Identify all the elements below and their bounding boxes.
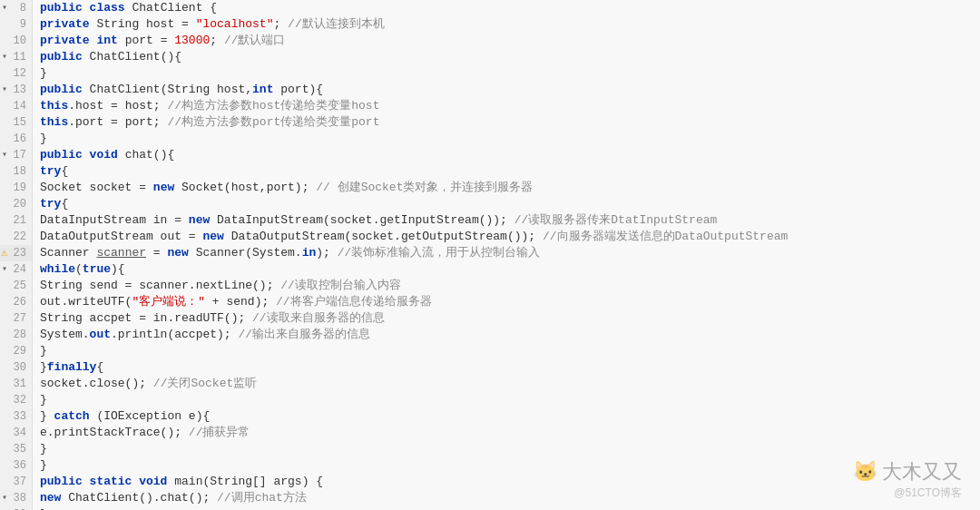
- plain-token: DataInputStream in =: [40, 213, 189, 227]
- code-line[interactable]: private String host = "localhost"; //默认连…: [33, 16, 980, 33]
- code-line[interactable]: out.writeUTF("客户端说：" + send); //将客户端信息传递…: [33, 294, 980, 310]
- plain-token: Socket socket =: [40, 181, 153, 194]
- plain-token: }: [40, 458, 47, 472]
- code-line[interactable]: e.printStackTrace(); //捕获异常: [33, 425, 980, 441]
- plain-token: DataOutputStream out =: [40, 230, 202, 243]
- code-line[interactable]: private int port = 13000; //默认端口: [33, 33, 980, 49]
- kw-token: try: [40, 164, 61, 178]
- kw-token: while: [40, 262, 75, 276]
- line-number: 19: [0, 180, 32, 196]
- code-line[interactable]: DataOutputStream out = new DataOutputStr…: [33, 229, 980, 245]
- comment-token: //输出来自服务器的信息: [238, 328, 370, 341]
- code-container: ▾8910▾1112▾13141516▾171819202122⚠23▾2425…: [0, 0, 980, 510]
- comment-token: //读取控制台输入内容: [280, 279, 401, 292]
- code-line[interactable]: new ChatClient().chat(); //调用chat方法: [33, 490, 980, 506]
- code-area[interactable]: public class ChatClient { private String…: [33, 0, 980, 510]
- code-line[interactable]: DataInputStream in = new DataInputStream…: [33, 212, 980, 229]
- line-number: 14: [0, 98, 32, 114]
- str-token: "localhost": [196, 17, 274, 31]
- line-number: 10: [0, 33, 32, 49]
- line-number: 36: [0, 457, 32, 474]
- code-line[interactable]: }: [33, 343, 980, 359]
- plain-token: {: [61, 197, 68, 211]
- line-number: 25: [0, 278, 32, 294]
- comment-token: //向服务器端发送信息的DataOutputStream: [543, 230, 788, 243]
- plain-token: Scanner: [40, 246, 96, 260]
- code-line[interactable]: Scanner scanner = new Scanner(System.in)…: [33, 245, 980, 261]
- kw-token: public static void: [40, 475, 167, 488]
- line-number: 15: [0, 114, 32, 131]
- kw-this-token: this: [40, 99, 68, 113]
- kw-token: new: [167, 246, 188, 260]
- code-line[interactable]: Socket socket = new Socket(host,port); /…: [33, 180, 980, 196]
- line-number: 34: [0, 425, 32, 441]
- plain-token: );: [316, 246, 337, 260]
- code-line[interactable]: public void chat(){: [33, 147, 980, 163]
- plain-token: ChatClient(){: [83, 50, 181, 64]
- line-number: ▾13: [0, 82, 32, 98]
- code-line[interactable]: public class ChatClient {: [33, 0, 980, 16]
- code-line[interactable]: String send = scanner.nextLine(); //读取控制…: [33, 278, 980, 294]
- code-line[interactable]: }: [33, 506, 980, 510]
- code-line[interactable]: try{: [33, 163, 980, 180]
- plain-token: ){: [111, 262, 125, 276]
- kw-token: new: [202, 230, 223, 243]
- kw-token: out: [90, 328, 111, 341]
- comment-token: // 创建Socket类对象，并连接到服务器: [316, 181, 533, 194]
- code-line[interactable]: }: [33, 131, 980, 147]
- comment-token: //默认端口: [224, 34, 286, 47]
- code-line[interactable]: this.port = port; //构造方法参数port传递给类变量port: [33, 114, 980, 131]
- plain-token: ;: [273, 17, 288, 31]
- kw-token: true: [83, 262, 111, 276]
- code-line[interactable]: }: [33, 457, 980, 474]
- code-line[interactable]: public ChatClient(String host,int port){: [33, 82, 980, 98]
- plain-token: String host =: [90, 17, 196, 31]
- code-line[interactable]: try{: [33, 196, 980, 212]
- kw-token: new: [40, 491, 61, 505]
- line-number: 12: [0, 65, 32, 82]
- code-line[interactable]: String accpet = in.readUTF(); //读取来自服务器的…: [33, 310, 980, 327]
- plain-token: DataOutputStream(socket.getOutputStream(…: [224, 230, 543, 243]
- line-numbers: ▾8910▾1112▾13141516▾171819202122⚠23▾2425…: [0, 0, 33, 510]
- line-number: 21: [0, 212, 32, 229]
- kw-token: public void: [40, 148, 118, 162]
- code-line[interactable]: System.out.println(accpet); //输出来自服务器的信息: [33, 327, 980, 343]
- plain-token: DataInputStream(socket.getInputStream())…: [210, 213, 514, 227]
- kw-token: catch: [54, 409, 90, 423]
- line-number: 28: [0, 327, 32, 343]
- line-number: ▾17: [0, 147, 32, 163]
- line-number: 39: [0, 506, 32, 510]
- line-number: ▾38: [0, 490, 32, 506]
- code-line[interactable]: }: [33, 65, 980, 82]
- line-number: ⚠23: [0, 245, 32, 261]
- plain-token: {: [96, 360, 103, 374]
- line-number: 37: [0, 474, 32, 490]
- code-line[interactable]: public static void main(String[] args) {: [33, 474, 980, 490]
- code-line[interactable]: while(true){: [33, 261, 980, 278]
- code-line[interactable]: } catch (IOException e){: [33, 408, 980, 425]
- kw-token: private int: [40, 34, 118, 47]
- line-number: 33: [0, 408, 32, 425]
- code-line[interactable]: public ChatClient(){: [33, 49, 980, 65]
- plain-token: }: [40, 344, 47, 358]
- code-line[interactable]: }finally{: [33, 359, 980, 376]
- comment-token: //构造方法参数port传递给类变量port: [167, 115, 379, 129]
- kw-token: public class: [40, 1, 125, 15]
- plain-token: =: [146, 246, 167, 260]
- comment-token: //装饰标准输入流，用于从控制台输入: [338, 246, 541, 260]
- watermark-site: @51CTO博客: [894, 485, 962, 501]
- plain-token: main(String[] args) {: [167, 475, 323, 488]
- comment-token: //默认连接到本机: [288, 17, 385, 31]
- code-line[interactable]: this.host = host; //构造方法参数host传递给类变量host: [33, 98, 980, 114]
- line-number: 27: [0, 310, 32, 327]
- kw-token: public: [40, 83, 83, 96]
- code-line[interactable]: socket.close(); //关闭Socket监听: [33, 376, 980, 392]
- code-line[interactable]: }: [33, 392, 980, 408]
- line-number: 22: [0, 229, 32, 245]
- line-number: 30: [0, 359, 32, 376]
- watermark: 🐱 大木又又 @51CTO博客: [853, 458, 963, 501]
- code-line[interactable]: }: [33, 441, 980, 457]
- comment-token: //调用chat方法: [217, 491, 307, 505]
- plain-token: {: [61, 164, 68, 178]
- line-number: 31: [0, 376, 32, 392]
